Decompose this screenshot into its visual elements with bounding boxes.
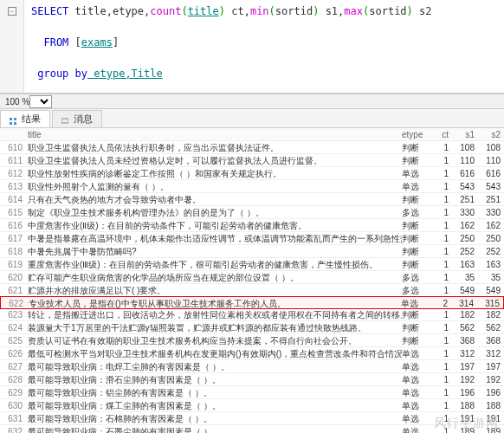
table-row[interactable]: 626最低可检测水平当对职业卫生技术服务机构在发更期内()有效期内()，重点检查… (0, 347, 504, 360)
cell-ct[interactable]: 1 (433, 141, 452, 153)
cell-s2[interactable]: 110 (478, 154, 504, 166)
cell-etype[interactable]: 单选 (402, 360, 433, 372)
table-row[interactable]: 618中暑先兆属于中暑防范畴吗?判断1252252 (0, 245, 504, 258)
cell-etype[interactable]: 单选 (402, 167, 433, 179)
table-row[interactable]: 627最可能导致职业病：电焊工尘肺的有害因素是（ ）。单选1197197 (0, 360, 504, 373)
cell-etype[interactable]: 判断 (402, 232, 433, 244)
cell-s1[interactable]: 163 (452, 258, 478, 270)
table-row[interactable]: 616中度危害作业(Ⅱ级)：在目前的劳动条件下，可能引起劳动者的健康危害。判断1… (0, 219, 504, 232)
table-row[interactable]: 629最可能导致职业病：铝尘肺的有害因素是（ ）。单选1196196 (0, 386, 504, 399)
header-s2[interactable]: s2 (478, 128, 504, 140)
cell-title[interactable]: 重度危害作业(Ⅲ级)：在目前的劳动条件下，很可能引起劳动者的健康危害，产生慢性损… (28, 258, 402, 270)
cell-s1[interactable]: 35 (452, 271, 478, 283)
cell-ct[interactable]: 1 (433, 206, 452, 218)
cell-s1[interactable]: 549 (452, 284, 478, 296)
cell-ct[interactable]: 1 (433, 271, 452, 283)
cell-ct[interactable]: 1 (433, 412, 452, 424)
cell-s2[interactable]: 188 (478, 399, 504, 411)
cell-s1[interactable]: 562 (452, 321, 478, 333)
cell-title[interactable]: 中暑是指暴露在高温环境中，机体未能作出适应性调节，或体温调节功能紊乱而产生的一系… (28, 232, 402, 244)
cell-etype[interactable]: 判断 (402, 321, 433, 333)
cell-ct[interactable]: 1 (433, 258, 452, 270)
cell-s2[interactable]: 182 (478, 308, 504, 320)
cell-title[interactable]: 最可能导致职业病：电焊工尘肺的有害因素是（ ）。 (28, 360, 402, 372)
cell-s2[interactable]: 197 (478, 360, 504, 372)
cell-s1[interactable]: 188 (452, 399, 478, 411)
cell-etype[interactable]: 判断 (402, 141, 433, 153)
cell-s1[interactable]: 314 (451, 297, 477, 308)
cell-ct[interactable]: 1 (433, 180, 452, 192)
cell-ct[interactable]: 1 (433, 399, 452, 411)
cell-ct[interactable]: 1 (433, 373, 452, 385)
cell-s2[interactable]: 162 (478, 219, 504, 231)
table-row[interactable]: 610职业卫生监督执法人员依法执行职务时，应当出示监督执法证件。判断110810… (0, 141, 504, 154)
cell-etype[interactable]: 判断 (402, 308, 433, 320)
cell-etype[interactable]: 判断 (402, 154, 433, 166)
cell-title[interactable]: 只有在天气炎热的地方才会导致劳动者中暑。 (28, 193, 402, 205)
cell-title[interactable]: 装源量大于1万居里的干法贮源γ辐照装置，贮源井或贮料源的都应装有通过快散热线路。 (28, 321, 402, 333)
table-row[interactable]: 614只有在天气炎热的地方才会导致劳动者中暑。判断1251251 (0, 193, 504, 206)
sql-editor[interactable]: − SELECT title,etype,count(title) ct,min… (0, 0, 504, 94)
results-grid[interactable]: title etype ct s1 s2 610职业卫生监督执法人员依法执行职务… (0, 128, 504, 433)
cell-title[interactable]: 职业性放射性疾病的诊断鉴定工作按照（ ）和国家有关规定执行。 (28, 167, 402, 179)
cell-title[interactable]: 职业卫生监督执法人员未经过资格认定时，可以履行监督执法人员进行监督。 (28, 154, 402, 166)
table-row[interactable]: 625资质认可证书在有效期的职业卫生技术服务机构应当持未提案，不得自行向社会公开… (0, 334, 504, 347)
cell-etype[interactable]: 多选 (402, 206, 433, 218)
cell-s2[interactable]: 251 (478, 193, 504, 205)
cell-s2[interactable]: 543 (478, 180, 504, 192)
cell-s1[interactable]: 110 (452, 154, 478, 166)
cell-s1[interactable]: 196 (452, 386, 478, 398)
cell-etype[interactable]: 多选 (402, 284, 433, 296)
cell-title[interactable]: 最可能导致职业病：滑石尘肺的有害因素是（ ）。 (28, 373, 402, 385)
cell-s1[interactable]: 251 (452, 193, 478, 205)
cell-s1[interactable]: 191 (452, 412, 478, 424)
table-row[interactable]: 630最可能导致职业病：煤工尘肺的有害因素是（ ）。单选1188188 (0, 399, 504, 412)
header-etype[interactable]: etype (402, 128, 433, 140)
cell-title[interactable]: 制定《职业卫生技术服务机构管理办法》的目的是为了（ ）。 (28, 206, 402, 218)
cell-s2[interactable]: 35 (478, 271, 504, 283)
cell-title[interactable]: 中暑先兆属于中暑防范畴吗? (28, 245, 402, 257)
cell-etype[interactable]: 单选 (402, 347, 433, 359)
cell-ct[interactable]: 1 (433, 321, 452, 333)
table-row[interactable]: 628最可能导致职业病：滑石尘肺的有害因素是（ ）。单选1192192 (0, 373, 504, 386)
cell-etype[interactable]: 判断 (402, 219, 433, 231)
cell-s1[interactable]: 250 (452, 232, 478, 244)
cell-title[interactable]: 职业卫生监督执法人员依法执行职务时，应当出示监督执法证件。 (28, 141, 402, 153)
tab-messages[interactable]: 消息 (52, 110, 102, 127)
cell-ct[interactable]: 2 (432, 297, 451, 308)
cell-s2[interactable]: 312 (478, 347, 504, 359)
cell-s1[interactable]: 312 (452, 347, 478, 359)
cell-title[interactable]: 贮存可能产生职业病危害的化学品的场所应当在规定的部位设置（ ）。 (28, 271, 402, 283)
cell-s1[interactable]: 182 (452, 308, 478, 320)
cell-s1[interactable]: 252 (452, 245, 478, 257)
cell-ct[interactable]: 1 (433, 193, 452, 205)
cell-s1[interactable]: 197 (452, 360, 478, 372)
cell-s2[interactable]: 108 (478, 141, 504, 153)
cell-etype[interactable]: 判断 (402, 334, 433, 346)
table-row[interactable]: 623转让，是指搬迁进出口，回收活动之外，放射性同位素相关权或者使用权在不同持有… (0, 308, 504, 321)
cell-title[interactable]: 最低可检测水平当对职业卫生技术服务机构在发更期内()有效期内()，重点检查营改条… (28, 347, 402, 359)
table-row[interactable]: 615制定《职业卫生技术服务机构管理办法》的目的是为了（ ）。多选1330330 (0, 206, 504, 219)
cell-etype[interactable]: 单选 (401, 297, 432, 308)
cell-s2[interactable]: 252 (478, 245, 504, 257)
cell-etype[interactable]: 多选 (402, 271, 433, 283)
cell-etype[interactable]: 单选 (402, 425, 433, 433)
cell-title[interactable]: 转让，是指搬迁进出口，回收活动之外，放射性同位素相关权或者使用权在不同持有者之间… (28, 308, 402, 320)
cell-title[interactable]: 最可能导致职业病：石棉肺的有害因素是（ ）。 (28, 412, 402, 424)
cell-ct[interactable]: 1 (433, 308, 452, 320)
cell-title[interactable]: 职业性外照射个人监测的量有（ ）。 (28, 180, 402, 192)
zoom-select[interactable] (29, 95, 52, 108)
cell-etype[interactable]: 单选 (402, 373, 433, 385)
cell-s2[interactable]: 191 (478, 412, 504, 424)
cell-s1[interactable]: 616 (452, 167, 478, 179)
table-row[interactable]: 632最可能导致职业病：石墨尘肺的有害因素是（ ）。单选1189189 (0, 425, 504, 433)
cell-s2[interactable]: 616 (478, 167, 504, 179)
table-row[interactable]: 621贮源井水的排放应满足以下( )要求。多选1549549 (0, 284, 504, 297)
cell-s1[interactable]: 162 (452, 219, 478, 231)
table-row[interactable]: 612职业性放射性疾病的诊断鉴定工作按照（ ）和国家有关规定执行。单选16166… (0, 167, 504, 180)
cell-ct[interactable]: 1 (433, 347, 452, 359)
cell-s2[interactable]: 163 (478, 258, 504, 270)
cell-s2[interactable]: 192 (478, 373, 504, 385)
cell-ct[interactable]: 1 (433, 386, 452, 398)
header-title[interactable]: title (28, 128, 402, 140)
